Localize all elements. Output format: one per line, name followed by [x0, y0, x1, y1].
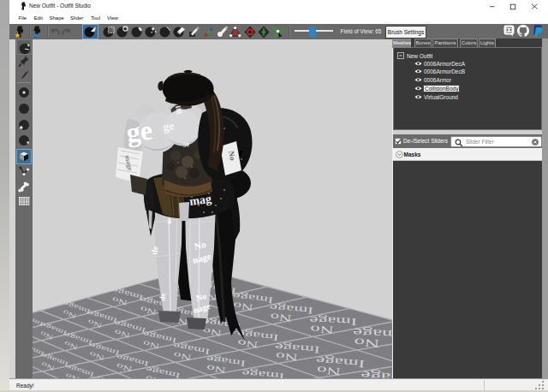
svg-text:ge: ge	[162, 119, 175, 134]
svg-text:ge: ge	[124, 115, 153, 148]
svg-text:de: de	[158, 293, 167, 302]
svg-text:No: No	[227, 151, 237, 162]
